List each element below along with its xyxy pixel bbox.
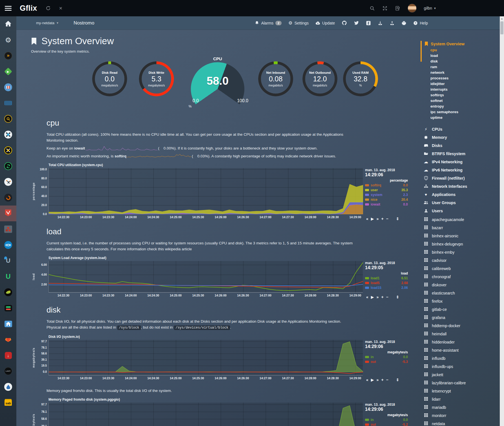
upload-icon[interactable] <box>390 21 395 26</box>
nav-section-btrfs-filesystem[interactable]: BTRFS filesystem <box>423 150 500 158</box>
nav-app-home-assistant[interactable]: home-assistant <box>424 346 500 354</box>
nav-app-netdata[interactable]: netdata <box>424 420 500 426</box>
rewind-icon[interactable]: « <box>366 217 368 221</box>
refresh-icon[interactable] <box>46 6 51 11</box>
nav-item-softnet[interactable]: softnet <box>430 98 500 104</box>
nav-section-memory[interactable]: Memory <box>423 133 500 141</box>
zoom-out-icon[interactable]: − <box>386 217 388 221</box>
zoom-out-icon[interactable]: − <box>386 295 388 299</box>
resize-icon[interactable]: ⇕ <box>396 378 399 382</box>
sidebar-tab-airsonic[interactable] <box>0 95 16 111</box>
nav-app-binhex-delugevpn[interactable]: binhex-delugevpn <box>424 240 500 248</box>
sidebar-tab-radarr[interactable] <box>0 142 16 158</box>
legend-series-in[interactable]: in0.0 <box>365 355 408 359</box>
nav-app-letsencrypt[interactable]: letsencrypt <box>424 387 500 395</box>
nav-section-user-groups[interactable]: User Groups <box>423 198 500 207</box>
nav-app-jackett[interactable]: jackett <box>424 371 500 379</box>
nav-app-influxdb-ups[interactable]: influxdb-ups <box>424 362 500 371</box>
twitter-icon[interactable] <box>354 20 359 26</box>
nav-item-uptime[interactable]: uptime <box>430 115 500 121</box>
sidebar-tab-jackett[interactable] <box>0 111 16 127</box>
search-icon[interactable] <box>370 6 375 11</box>
nav-section-applications[interactable]: ♥Applications <box>423 190 500 198</box>
sidebar-tab-deluge[interactable] <box>0 379 16 395</box>
rewind-icon[interactable]: « <box>366 378 368 382</box>
nav-system-overview[interactable]: System Overview <box>425 41 500 46</box>
sidebar-tab-sync[interactable] <box>0 158 16 174</box>
load-chart[interactable]: System Load Average (system.load)load6.0… <box>31 256 420 298</box>
nav-app-calibreweb[interactable]: calibreweb <box>424 264 500 273</box>
chart-plot-area[interactable] <box>48 168 363 214</box>
github-icon[interactable] <box>342 20 347 26</box>
user-avatar[interactable] <box>408 4 417 13</box>
nav-item-network[interactable]: network <box>430 70 500 75</box>
legend-series-user[interactable]: user35.3 <box>365 188 408 192</box>
user-menu[interactable]: gilbn ▼ <box>424 6 437 10</box>
chart-plot-area[interactable] <box>48 261 363 293</box>
nav-section-users[interactable]: Users <box>423 207 500 215</box>
sidebar-tab-ubooquity[interactable]: U <box>0 253 16 269</box>
play-icon[interactable]: ▶ <box>371 217 374 221</box>
sidebar-tab-sonarr[interactable] <box>0 127 16 142</box>
sidebar-tab-ytdl[interactable]: ↓ <box>0 347 16 363</box>
host-dropdown[interactable]: my-netdata ▼ <box>36 21 59 25</box>
resize-icon[interactable]: ⇕ <box>396 295 399 299</box>
nav-item-interrupts[interactable]: interrupts <box>430 87 500 92</box>
nav-section-disks[interactable]: Disks <box>423 141 500 150</box>
fast-forward-icon[interactable]: » <box>377 378 379 382</box>
nav-item-load[interactable]: load <box>430 53 500 59</box>
hamburger-menu-icon[interactable] <box>0 6 16 11</box>
sidebar-tab-comics[interactable] <box>0 79 16 95</box>
sidebar-tab-lazylibrarian[interactable]: LAZY <box>0 363 16 379</box>
nav-item-softirqs[interactable]: softirqs <box>430 92 500 98</box>
help-button[interactable]: ? Help <box>413 21 428 25</box>
rewind-icon[interactable]: « <box>366 295 368 299</box>
nav-app-lazylibrarian-calibre[interactable]: lazylibrarian-calibre <box>424 379 500 387</box>
sidebar-tab-sabnzbd[interactable]: sab <box>0 395 16 411</box>
zoom-in-icon[interactable]: + <box>381 295 383 299</box>
nav-app-mariadb[interactable]: mariadb <box>424 403 500 411</box>
nav-item-disk[interactable]: disk <box>430 59 500 64</box>
play-icon[interactable]: ▶ <box>371 378 374 382</box>
sidebar-tab-monitorr[interactable] <box>0 300 16 316</box>
sidebar-tab-node[interactable] <box>0 174 16 190</box>
page-scrollbar[interactable]: ▲ <box>500 16 504 426</box>
nav-app-hddtemp-docker[interactable]: hddtemp-docker <box>424 322 500 330</box>
nav-app-firefox[interactable]: firefox <box>424 297 500 305</box>
zoom-out-icon[interactable]: − <box>386 378 388 382</box>
nav-item-ram[interactable]: ram <box>430 64 500 70</box>
sidebar-tab-grafana[interactable] <box>0 190 16 206</box>
nav-app-influxdb[interactable]: influxdb <box>424 354 500 362</box>
play-icon[interactable]: ▶ <box>371 295 374 299</box>
fast-forward-icon[interactable]: » <box>377 295 379 299</box>
legend-series-load5[interactable]: load52.68 <box>365 281 408 285</box>
legend-series-out[interactable]: out-5.2 <box>365 423 408 426</box>
scrollbar-thumb[interactable] <box>500 21 503 34</box>
fullscreen-icon[interactable] <box>382 6 388 11</box>
print-icon[interactable] <box>401 21 406 26</box>
close-icon[interactable]: × <box>59 5 63 12</box>
nav-app-bazarr[interactable]: bazarr <box>424 224 500 232</box>
fast-forward-icon[interactable]: » <box>377 217 379 221</box>
nav-app-gitlab-ce[interactable]: gitlab-ce <box>424 305 500 313</box>
legend-series-softirq[interactable]: softirq0.0 <box>365 183 408 187</box>
sidebar-tab-netdata[interactable] <box>0 206 16 221</box>
facebook-icon[interactable] <box>366 21 371 26</box>
sidebar-tab-tautulli[interactable] <box>0 284 16 300</box>
softirq-sparkline[interactable] <box>127 153 191 159</box>
nav-item-idlejitter[interactable]: idlejitter <box>430 81 500 87</box>
nav-app-monitorr[interactable]: monitorr <box>424 411 500 420</box>
legend-series-nice[interactable]: nice20.4 <box>365 198 408 202</box>
update-button[interactable]: Update <box>315 21 335 25</box>
nav-app-hiddenloader[interactable]: hiddenloader <box>424 338 500 346</box>
nav-app-cadvisor[interactable]: cadvisor <box>424 256 500 264</box>
nav-item-processes[interactable]: processes <box>430 75 500 81</box>
nav-app-heimdall[interactable]: heimdall <box>424 330 500 338</box>
nav-app-chronograf[interactable]: chronograf <box>424 273 500 281</box>
sidebar-tab-gitlab[interactable] <box>0 332 16 347</box>
nav-app-elasticsearch[interactable]: elasticsearch <box>424 289 500 297</box>
nav-app-apacheguacamole[interactable]: apacheguacamole <box>424 215 500 224</box>
cpu-chart[interactable]: Total CPU utilization (system.cpu)percen… <box>31 163 420 220</box>
resize-icon[interactable]: ⇕ <box>396 217 399 221</box>
changelog-icon[interactable] <box>395 6 400 11</box>
